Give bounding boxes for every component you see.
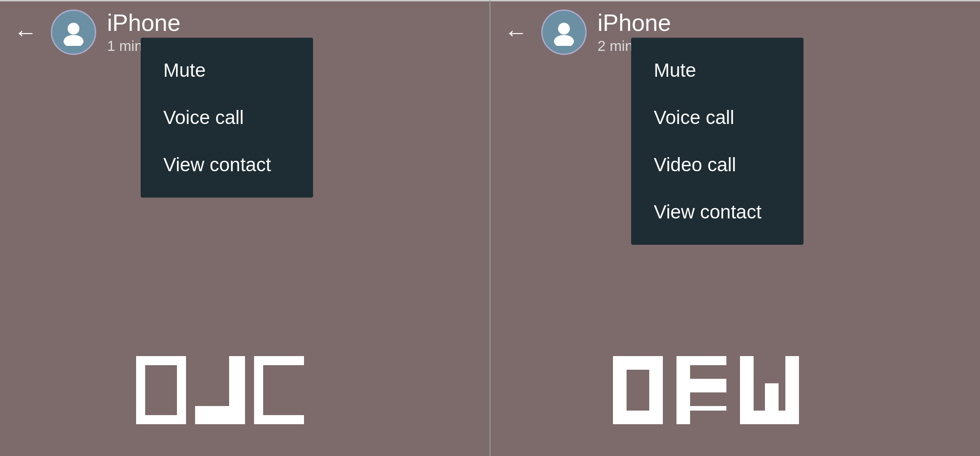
menu-item-voice-call-left[interactable]: Voice call bbox=[141, 94, 313, 141]
menu-item-mute-left[interactable]: Mute bbox=[141, 47, 313, 94]
menu-item-video-call-right[interactable]: Video call bbox=[631, 141, 804, 188]
menu-item-view-contact-right[interactable]: View contact bbox=[631, 188, 804, 236]
avatar-icon-right bbox=[550, 19, 578, 46]
right-panel: ← iPhone 2 minutes Mute Voice call Video… bbox=[490, 0, 980, 456]
avatar-left bbox=[51, 10, 96, 55]
back-arrow-left[interactable]: ← bbox=[14, 20, 37, 44]
svg-point-9 bbox=[558, 23, 570, 35]
menu-item-view-contact-left[interactable]: View contact bbox=[141, 141, 313, 188]
new-label-svg bbox=[608, 352, 862, 429]
contact-name-right: iPhone bbox=[598, 10, 671, 36]
svg-rect-3 bbox=[145, 365, 177, 415]
svg-rect-14 bbox=[613, 411, 663, 424]
menu-item-mute-right[interactable]: Mute bbox=[631, 47, 804, 94]
svg-point-0 bbox=[68, 23, 79, 35]
svg-rect-22 bbox=[765, 383, 779, 424]
svg-point-1 bbox=[64, 35, 83, 46]
svg-rect-8 bbox=[281, 365, 304, 415]
avatar-icon-left bbox=[60, 19, 87, 46]
svg-rect-16 bbox=[690, 365, 726, 379]
header-left: ← iPhone 1 minute a Mute Voice call View… bbox=[0, 1, 490, 63]
header-right: ← iPhone 2 minutes Mute Voice call Video… bbox=[490, 1, 980, 63]
contact-name-left: iPhone bbox=[107, 10, 181, 36]
left-panel: ← iPhone 1 minute a Mute Voice call View… bbox=[0, 0, 490, 456]
old-label-svg bbox=[132, 352, 358, 429]
menu-item-voice-call-right[interactable]: Voice call bbox=[631, 94, 804, 141]
back-arrow-right[interactable]: ← bbox=[504, 20, 528, 44]
svg-point-10 bbox=[554, 35, 574, 46]
svg-rect-17 bbox=[690, 392, 726, 406]
dropdown-menu-right: Mute Voice call Video call View contact bbox=[631, 38, 804, 245]
dropdown-menu-left: Mute Voice call View contact bbox=[141, 38, 313, 198]
bottom-label-right bbox=[490, 352, 980, 429]
svg-rect-5 bbox=[195, 356, 229, 406]
avatar-right bbox=[541, 10, 587, 55]
svg-rect-18 bbox=[690, 411, 726, 424]
bottom-label-left bbox=[0, 352, 490, 429]
svg-rect-21 bbox=[785, 356, 799, 424]
